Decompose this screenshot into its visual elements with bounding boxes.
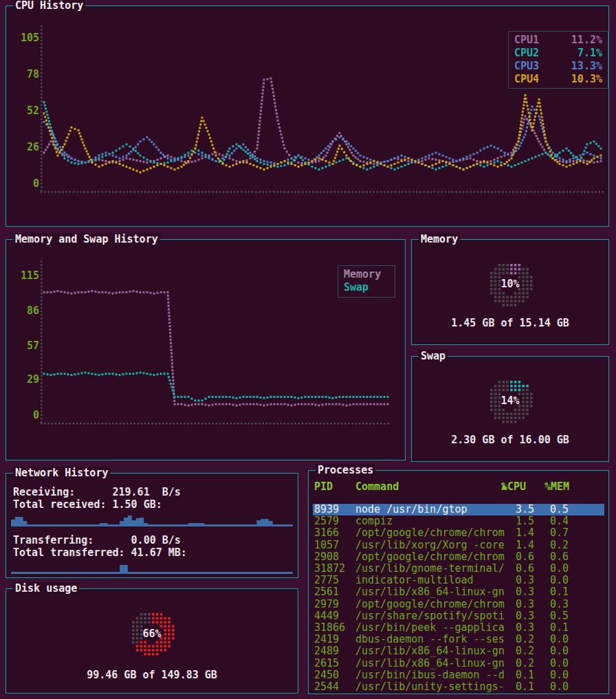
sort-arrow-icon: ▲ [501,480,507,493]
cell-cpu: 0.1 [497,681,534,693]
gtop-dashboard: { "colors":{ "background":"#3a0f2f","pan… [0,0,616,699]
table-row[interactable]: 31866/usr/bin/peek --gapplica0.30.1 [313,622,604,634]
table-row[interactable]: 2544/usr/lib/unity-settings-0.10.0 [313,681,604,693]
cell-cpu: 0.2 [497,645,534,657]
cell-cmd: /opt/google/chrome/chrom [355,551,505,563]
cell-cpu: 0.6 [497,551,534,563]
table-row[interactable]: 2775indicator-multiload0.30.0 [313,575,604,586]
table-row[interactable]: 2450/usr/bin/ibus-daemon --d0.10.0 [313,669,604,681]
cpu-legend-item: CPU111.2% [509,34,608,47]
cell-pid: 2544 [314,681,339,693]
cell-pid: 31866 [314,622,345,634]
cell-cmd: /usr/bin/peek --gapplica [355,622,505,634]
cell-pid: 2979 [314,599,339,610]
header-pid[interactable]: PID [314,480,333,493]
disk-usage-title: Disk usage [13,582,79,595]
cell-pid: 2775 [314,575,339,586]
cell-mem: 0.0 [538,563,569,575]
table-row[interactable]: 2615/usr/lib/x86_64-linux-gn0.20.0 [313,658,604,669]
cell-mem: 0.5 [538,504,569,515]
cell-mem: 0.0 [538,658,569,669]
cell-cmd: /usr/lib/x86_64-linux-gn [355,586,505,598]
table-row[interactable]: 31872/usr/lib/gnome-terminal/0.60.0 [313,563,604,575]
cell-cpu: 1.5 [497,515,534,527]
table-row[interactable]: 2979/opt/google/chrome/chrom0.30.3 [313,599,604,610]
cell-cmd: /usr/bin/ibus-daemon --d [355,669,505,681]
cell-pid: 1057 [314,540,339,551]
memory-swap-history-panel: Memory and Swap History 1158657290 Memor… [6,239,406,461]
cell-cpu: 0.3 [497,586,534,598]
cell-mem: 0.4 [538,515,569,527]
memory-swap-legend: MemorySwap [338,265,395,298]
cell-cpu: 0.3 [497,622,534,634]
table-row[interactable]: 2908/opt/google/chrome/chrom0.60.6 [313,551,604,563]
memory-legend-item: Swap [338,281,395,294]
cell-cmd: /usr/lib/x86_64-linux-gn [355,645,505,657]
cell-mem: 0.0 [538,634,569,645]
cell-pid: 2450 [314,669,339,681]
cell-cmd: dbus-daemon --fork --ses [355,634,505,645]
table-row[interactable]: 4449/usr/share/spotify/spoti0.30.5 [313,610,604,622]
cell-pid: 4449 [314,610,339,622]
memory-gauge-panel: Memory 10% 1.45 GB of 15.14 GB [411,239,609,345]
network-history-panel: Network History Receiving: 219.61 B/s To… [6,473,298,578]
swap-caption: 2.30 GB of 16.00 GB [412,434,608,446]
cell-cpu: 0.2 [497,658,534,669]
processes-title: Processes [316,464,375,477]
cell-pid: 2579 [314,515,339,527]
cell-cmd: /usr/lib/unity-settings- [355,681,505,693]
processes-header: PID Command %CPU▲ %MEM [313,480,606,493]
cell-pid: 2419 [314,634,339,645]
cell-cmd: compiz [355,515,393,527]
cell-mem: 0.5 [538,610,569,622]
cpu-legend-item: CPU313.3% [509,60,608,73]
cell-cpu: 0.6 [497,563,534,575]
cell-cpu: 0.3 [497,575,534,586]
network-history-title: Network History [13,467,110,480]
disk-percent: 66% [6,628,298,640]
table-row[interactable]: 2579compiz1.50.4 [313,515,604,527]
cell-cmd: node /usr/bin/gtop [355,504,468,515]
swap-gauge-title: Swap [419,350,448,363]
table-row[interactable]: 2419dbus-daemon --fork --ses0.20.0 [313,634,604,645]
cpu-legend: CPU111.2%CPU27.1%CPU313.3%CPU410.3% [508,31,608,89]
cell-cpu: 0.3 [497,599,534,610]
cell-cpu: 3.5 [497,504,534,515]
cell-mem: 0.0 [538,645,569,657]
cell-cmd: /opt/google/chrome/chrom [355,527,505,539]
cell-mem: 0.6 [538,551,569,563]
memory-gauge-title: Memory [419,233,460,246]
swap-gauge-panel: Swap 14% 2.30 GB of 16.00 GB [411,356,609,462]
cell-mem: 0.0 [538,575,569,586]
table-row[interactable]: 8939node /usr/bin/gtop3.50.5 [313,504,604,515]
memory-swap-history-title: Memory and Swap History [13,233,160,246]
cpu-legend-item: CPU27.1% [509,47,608,60]
cell-cpu: 0.2 [497,634,534,645]
cell-cmd: indicator-multiload [355,575,474,586]
table-row[interactable]: 3166/opt/google/chrome/chrom1.40.7 [313,527,604,539]
memory-legend-item: Memory [338,268,395,281]
cell-mem: 0.2 [538,540,569,551]
cell-cmd: /opt/google/chrome/chrom [355,599,505,610]
cell-cmd: /usr/lib/gnome-terminal/ [355,563,505,575]
cell-mem: 0.3 [538,599,569,610]
cpu-legend-item: CPU410.3% [509,73,608,86]
table-row[interactable]: 2489/usr/lib/x86_64-linux-gn0.20.0 [313,645,604,657]
header-mem[interactable]: %MEM [544,480,569,493]
table-row[interactable]: 2561/usr/lib/x86_64-linux-gn0.30.1 [313,586,604,598]
table-row[interactable]: 1057/usr/lib/xorg/Xorg -core1.40.2 [313,540,604,551]
cell-cmd: /usr/share/spotify/spoti [355,610,505,622]
cell-mem: 0.0 [538,669,569,681]
cell-mem: 0.1 [538,586,569,598]
disk-caption: 99.46 GB of 149.83 GB [6,669,298,681]
cell-cmd: /usr/lib/xorg/Xorg -core [355,540,505,551]
cpu-history-title: CPU History [13,0,85,12]
cell-mem: 0.1 [538,622,569,634]
cell-mem: 0.7 [538,527,569,539]
header-command[interactable]: Command [355,480,399,493]
cell-cmd: /usr/lib/x86_64-linux-gn [355,658,505,669]
cell-cpu: 1.4 [497,527,534,539]
cell-cpu: 0.3 [497,610,534,622]
memory-caption: 1.45 GB of 15.14 GB [412,317,608,329]
cpu-history-panel: CPU History 1057852260 CPU111.2%CPU27.1%… [6,5,609,227]
